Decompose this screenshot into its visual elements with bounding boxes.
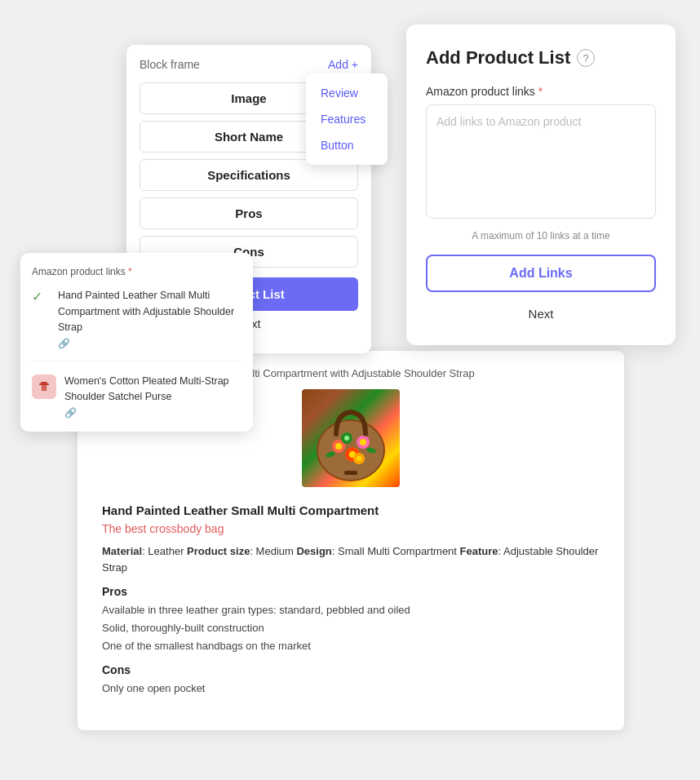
add-links-button[interactable]: Add Links — [426, 255, 656, 292]
amazon-links-panel: Amazon product links * ✓ Hand Painted Le… — [20, 253, 253, 432]
cons-heading: Cons — [102, 663, 600, 676]
add-product-list-panel: Add Product List ? Amazon product links … — [406, 24, 676, 345]
amazon-links-textarea[interactable] — [426, 104, 656, 219]
block-frame-header: Block frame Add + — [140, 58, 358, 71]
dropdown-item-review[interactable]: Review — [306, 80, 388, 106]
max-links-note: A maximum of 10 links at a time — [426, 230, 656, 242]
dropdown-menu: Review Features Button — [306, 73, 388, 165]
amazon-links-label: Amazon product links * — [426, 85, 656, 98]
svg-rect-14 — [344, 471, 357, 475]
svg-point-9 — [360, 439, 366, 445]
panel-title: Add Product List ? — [426, 47, 656, 69]
dropdown-item-features[interactable]: Features — [306, 106, 388, 132]
svg-rect-18 — [46, 385, 47, 391]
add-button[interactable]: Add + — [328, 58, 358, 71]
pros-heading: Pros — [102, 585, 600, 598]
spec-design-label: Design — [296, 545, 331, 557]
link-icon-1: 🔗 — [58, 338, 241, 349]
trash-icon — [38, 381, 50, 392]
pros-list: Available in three leather grain types: … — [102, 601, 600, 655]
link-icon-2: 🔗 — [64, 407, 241, 419]
link-item-2: Women's Cotton Pleated Multi-Strap Shoul… — [32, 373, 241, 419]
links-panel-label: Amazon product links * — [32, 266, 241, 277]
svg-rect-16 — [42, 385, 43, 391]
links-required-star: * — [128, 266, 132, 277]
product-image — [302, 389, 400, 487]
product-preview-title: Hand Painted Leather Small Multi Compart… — [102, 503, 600, 517]
block-item-pros[interactable]: Pros — [140, 197, 358, 229]
spec-size-label: Product size — [187, 545, 250, 557]
dropdown-item-button[interactable]: Button — [306, 132, 388, 158]
product-specs: Material: Leather Product size: Medium D… — [102, 543, 600, 575]
svg-rect-19 — [41, 382, 47, 383]
check-icon-1: ✓ — [32, 289, 50, 307]
spec-feature-label: Feature — [460, 545, 498, 557]
cons-section: Cons Only one open pocket — [102, 663, 600, 698]
cons-list: Only one open pocket — [102, 680, 600, 698]
svg-rect-17 — [43, 385, 45, 391]
link-text-1: Hand Painted Leather Small Multi Compart… — [58, 290, 234, 333]
pros-section: Pros Available in three leather grain ty… — [102, 585, 600, 655]
block-frame-title: Block frame — [140, 58, 200, 71]
link-item-1: ✓ Hand Painted Leather Small Multi Compa… — [32, 287, 241, 361]
svg-rect-15 — [39, 383, 49, 385]
delete-icon-btn-2[interactable] — [32, 374, 56, 399]
required-star: * — [538, 85, 543, 98]
help-icon[interactable]: ? — [577, 49, 595, 67]
svg-point-11 — [357, 456, 361, 461]
svg-point-3 — [335, 443, 342, 450]
panel-next-button[interactable]: Next — [426, 302, 656, 326]
svg-point-7 — [344, 436, 349, 441]
link-text-2: Women's Cotton Pleated Multi-Strap Shoul… — [64, 375, 229, 403]
spec-material-label: Material — [102, 545, 142, 557]
product-preview-subtitle: The best crossbody bag — [102, 522, 600, 535]
panel-title-text: Add Product List — [426, 47, 570, 69]
